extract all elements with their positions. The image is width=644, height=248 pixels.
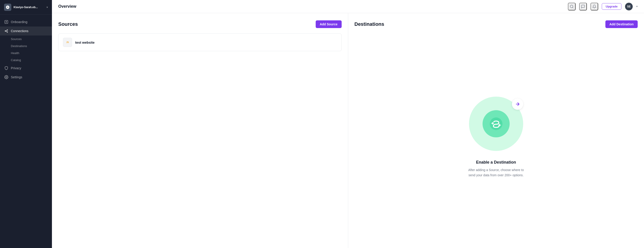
- enable-destination-description: After adding a Source, choose where to s…: [464, 167, 528, 178]
- sidebar-item-sources[interactable]: Sources: [0, 36, 52, 43]
- dest-arrow-bubble: [512, 98, 523, 110]
- sources-panel: Sources Add Source JS test website: [52, 13, 348, 248]
- sources-panel-title: Sources: [58, 21, 78, 27]
- svg-point-1: [5, 31, 6, 32]
- workspace-chevron-icon: ▾: [46, 6, 48, 9]
- workspace-info: Klaviyo-Sarah.eb...: [14, 6, 45, 9]
- sidebar-item-health[interactable]: Health: [0, 50, 52, 57]
- sidebar-destinations-label: Destinations: [11, 44, 27, 48]
- avatar[interactable]: SE: [625, 3, 633, 11]
- destinations-illustration: [469, 97, 523, 151]
- sidebar-item-onboarding[interactable]: Onboarding: [0, 18, 52, 27]
- enable-destination-title: Enable a Destination: [476, 160, 516, 165]
- topbar: Overview Upgrade SE ▾: [52, 0, 644, 13]
- svg-point-7: [570, 5, 573, 8]
- svg-point-3: [7, 32, 8, 32]
- connections-icon: [4, 29, 8, 33]
- sidebar-item-connections-label: Connections: [11, 29, 28, 33]
- notifications-button[interactable]: [590, 3, 598, 11]
- sidebar-item-catalog[interactable]: Catalog: [0, 57, 52, 64]
- sidebar-item-connections[interactable]: Connections: [0, 27, 52, 36]
- source-card-icon: JS: [63, 38, 72, 47]
- source-card-name: test website: [75, 41, 94, 44]
- settings-icon: [4, 75, 8, 79]
- svg-line-8: [573, 7, 573, 8]
- svg-point-2: [7, 30, 8, 30]
- workspace-icon: [4, 4, 11, 11]
- sidebar-health-label: Health: [11, 51, 20, 55]
- destinations-panel: Destinations Add Destination: [348, 13, 644, 248]
- sources-panel-header: Sources Add Source: [58, 20, 342, 28]
- sidebar-item-onboarding-label: Onboarding: [11, 20, 27, 24]
- sidebar-catalog-label: Catalog: [11, 58, 21, 62]
- destinations-empty-state: Enable a Destination After adding a Sour…: [354, 34, 638, 241]
- topbar-actions: Upgrade SE ▾: [568, 3, 638, 11]
- sidebar-nav: Onboarding Connections Sources Destinati…: [0, 15, 52, 248]
- destinations-panel-header: Destinations Add Destination: [354, 20, 638, 28]
- dest-inner-circle: [482, 110, 510, 137]
- sidebar-item-destinations[interactable]: Destinations: [0, 43, 52, 50]
- svg-line-5: [6, 31, 7, 32]
- sidebar-item-settings-label: Settings: [11, 75, 22, 79]
- page-title: Overview: [58, 4, 76, 9]
- add-destination-button[interactable]: Add Destination: [606, 20, 638, 28]
- messages-button[interactable]: [579, 3, 587, 11]
- search-button[interactable]: [568, 3, 576, 11]
- upgrade-button[interactable]: Upgrade: [602, 3, 622, 10]
- arrow-right-icon: [515, 101, 520, 107]
- avatar-chevron-icon[interactable]: ▾: [636, 5, 638, 8]
- onboarding-icon: [4, 20, 8, 24]
- workspace-selector[interactable]: Klaviyo-Sarah.eb... ▾: [0, 0, 52, 15]
- svg-line-4: [6, 30, 7, 31]
- workspace-name: Klaviyo-Sarah.eb...: [14, 6, 45, 9]
- messages-icon: [581, 5, 585, 9]
- main-wrapper: Overview Upgrade SE ▾: [52, 0, 644, 248]
- sidebar-item-settings[interactable]: Settings: [0, 73, 52, 82]
- search-icon: [570, 5, 574, 9]
- sidebar: Klaviyo-Sarah.eb... ▾ Onboarding: [0, 0, 52, 248]
- source-card[interactable]: JS test website: [58, 34, 342, 51]
- destinations-panel-title: Destinations: [354, 21, 384, 27]
- privacy-icon: [4, 66, 8, 70]
- svg-point-6: [6, 77, 7, 78]
- sidebar-item-privacy[interactable]: Privacy: [0, 64, 52, 73]
- sidebar-item-privacy-label: Privacy: [11, 66, 21, 70]
- main-content: Sources Add Source JS test website Desti…: [52, 13, 644, 248]
- notifications-icon: [592, 5, 596, 9]
- add-source-button[interactable]: Add Source: [316, 20, 342, 28]
- sidebar-sources-label: Sources: [11, 37, 22, 41]
- segment-icon: [489, 117, 503, 131]
